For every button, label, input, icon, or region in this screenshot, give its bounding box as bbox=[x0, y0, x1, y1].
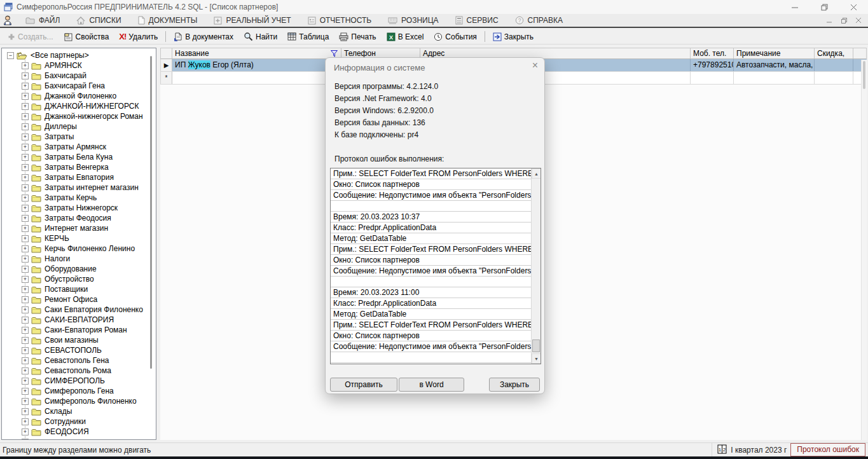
tree-expand-icon[interactable]: + bbox=[22, 286, 29, 293]
error-log-row[interactable]: Сообщение: Недопустимое имя объекта "Per… bbox=[331, 341, 532, 352]
tree-expand-icon[interactable]: + bbox=[22, 398, 29, 405]
tree-item[interactable]: +Керчь Филоненко Ленино bbox=[2, 243, 156, 254]
tree-item[interactable]: +Бахчисарай Гена bbox=[2, 81, 156, 91]
toolbar-button-в-документах[interactable]: В документах bbox=[169, 30, 238, 44]
tree-expand-icon[interactable]: + bbox=[22, 306, 29, 313]
error-protocol-button[interactable]: Протокол ошибок bbox=[790, 443, 865, 456]
tree-item[interactable]: +Затраты Нижнегорск bbox=[2, 203, 156, 213]
tree-item[interactable]: +Затраты Армянск bbox=[2, 142, 156, 152]
tree-item[interactable]: +Интернет магазин bbox=[2, 223, 156, 233]
toolbar-button-таблица[interactable]: Таблица bbox=[282, 30, 334, 44]
toolbar-button-удалить[interactable]: Х!Удалить bbox=[114, 30, 163, 44]
tree-item[interactable]: +Бахчисарай bbox=[2, 71, 156, 81]
tree-expand-icon[interactable]: + bbox=[22, 408, 29, 415]
error-log-row[interactable]: Время: 20.03.2023 11:00 bbox=[331, 287, 532, 298]
tree-expand-icon[interactable]: + bbox=[22, 195, 29, 202]
tree-expand-icon[interactable]: + bbox=[22, 113, 29, 120]
error-log-row[interactable]: Класс: Predpr.ApplicationData bbox=[331, 223, 532, 233]
error-log-row[interactable]: Прим.: SELECT FolderText FROM PersonFold… bbox=[331, 320, 532, 331]
tree-item[interactable]: +Джанкой-нижнегорск Роман bbox=[2, 111, 156, 121]
tree-expand-icon[interactable]: + bbox=[22, 134, 29, 140]
menu-item-файл[interactable]: ФАЙЛ bbox=[17, 14, 68, 27]
mdi-restore-button[interactable] bbox=[841, 18, 847, 24]
tree-expand-icon[interactable]: + bbox=[22, 439, 29, 441]
tree-item[interactable]: +КЕРЧЬ bbox=[2, 233, 156, 243]
tree-item[interactable]: +АРМЯНСК bbox=[2, 60, 156, 71]
tree-expand-icon[interactable]: + bbox=[22, 266, 29, 273]
scroll-down-icon[interactable]: ▼ bbox=[532, 353, 541, 364]
column-header-название[interactable]: Название bbox=[172, 48, 341, 58]
cell-моб-тел-[interactable]: +797892510 bbox=[691, 59, 734, 71]
grid-scrollbar[interactable] bbox=[861, 60, 867, 440]
tree-root-item[interactable]: −<Все партнеры> bbox=[2, 50, 156, 60]
tree-item[interactable]: +Сотрудники bbox=[2, 416, 156, 427]
toolbar-button-в-excel[interactable]: XВ Excel bbox=[382, 30, 429, 44]
error-log-row[interactable]: Сообщение: Недопустимое имя объекта "Per… bbox=[331, 190, 532, 201]
empty-cell[interactable] bbox=[172, 72, 341, 84]
tree-item[interactable]: +Налоги bbox=[2, 254, 156, 264]
error-log-row[interactable] bbox=[331, 352, 532, 363]
scroll-up-icon[interactable]: ▲ bbox=[532, 168, 541, 179]
tree-expand-icon[interactable]: + bbox=[22, 388, 29, 395]
tree-expand-icon[interactable]: + bbox=[22, 276, 29, 283]
tree-item[interactable]: +СЕВАСТОПОЛЬ bbox=[2, 345, 156, 355]
tree-item[interactable]: +ФЕОДОСИЯ bbox=[2, 427, 156, 437]
error-log-row[interactable] bbox=[331, 201, 532, 212]
tree-expand-icon[interactable]: + bbox=[22, 225, 29, 232]
tree-expand-icon[interactable]: + bbox=[22, 103, 29, 110]
close-button[interactable] bbox=[839, 0, 868, 14]
tree-item[interactable]: +Затраты Бела Куна bbox=[2, 152, 156, 162]
mdi-close-button[interactable] bbox=[856, 18, 862, 24]
menu-item-справка[interactable]: ?СПРАВКА bbox=[507, 14, 572, 27]
error-log-row[interactable]: Метод: GetDataTable bbox=[331, 309, 532, 320]
menu-item-документы[interactable]: ДОКУМЕНТЫ bbox=[130, 14, 206, 27]
tree-expand-icon[interactable]: + bbox=[22, 337, 29, 344]
tree-item[interactable]: +Обустройство bbox=[2, 274, 156, 284]
tree-item[interactable]: +СИМФЕРОПОЛЬ bbox=[2, 376, 156, 386]
menu-item-розница[interactable]: РОЗНИЦА bbox=[380, 14, 447, 27]
tree-item[interactable]: +САКИ-ЕВПАТОРИЯ bbox=[2, 315, 156, 325]
mdi-minimize-button[interactable] bbox=[827, 18, 832, 24]
empty-cell[interactable] bbox=[815, 72, 853, 84]
tree-expand-icon[interactable]: + bbox=[22, 215, 29, 222]
tree-expand-icon[interactable]: + bbox=[22, 62, 29, 69]
tree-expand-icon[interactable]: + bbox=[22, 327, 29, 334]
error-log-row[interactable]: Метод: GetDataTable bbox=[331, 233, 532, 244]
toolbar-button-печать[interactable]: Печать bbox=[334, 30, 381, 44]
send-button[interactable]: Отправить bbox=[330, 378, 397, 392]
tree-item[interactable]: +Ремонт Офиса bbox=[2, 294, 156, 305]
menu-item-сервис[interactable]: СЕРВИС bbox=[447, 14, 507, 27]
tree-expand-icon[interactable]: + bbox=[22, 123, 29, 130]
tree-item[interactable]: +Свои магазины bbox=[2, 335, 156, 345]
toolbar-button-создать-[interactable]: Создать... bbox=[3, 30, 59, 44]
tree-item[interactable]: +ДЖАНКОЙ-НИЖНЕГОРСК bbox=[2, 101, 156, 111]
error-log-row[interactable]: Время: 20.03.2023 10:37 bbox=[331, 212, 532, 223]
tree-item[interactable]: +Поставщики bbox=[2, 284, 156, 294]
tree-expand-icon[interactable]: + bbox=[22, 184, 29, 191]
column-header-скидка-[interactable]: Скидка, bbox=[815, 48, 853, 58]
tree-item[interactable]: +Затраты Керчь bbox=[2, 193, 156, 203]
tree-expand-icon[interactable]: + bbox=[22, 72, 29, 79]
toolbar-button-свойства[interactable]: Свойства bbox=[59, 30, 114, 44]
tree-expand-icon[interactable]: + bbox=[22, 347, 29, 354]
tree-expand-icon[interactable]: + bbox=[22, 378, 29, 385]
grid-scrollbar-thumb[interactable] bbox=[863, 61, 865, 89]
tree-collapse-icon[interactable]: − bbox=[7, 52, 14, 59]
menu-item-списки[interactable]: СПИСКИ bbox=[68, 14, 129, 27]
cell-примечание[interactable]: Автозапчасти, масла, х bbox=[734, 59, 815, 71]
tree-item[interactable]: +Симферополь Гена bbox=[2, 386, 156, 396]
tree-item[interactable]: + bbox=[2, 437, 156, 440]
tree-expand-icon[interactable]: + bbox=[22, 317, 29, 324]
tree-item[interactable]: +Симферополь Филоненко bbox=[2, 396, 156, 406]
error-log-row[interactable]: Сообщение: Недопустимое имя объекта "Per… bbox=[331, 266, 532, 277]
tree-item[interactable]: +Затраты Евпатория bbox=[2, 172, 156, 182]
empty-cell[interactable] bbox=[734, 72, 815, 84]
tree-item[interactable]: +Склады bbox=[2, 406, 156, 416]
empty-cell[interactable] bbox=[691, 72, 734, 84]
error-log-row[interactable] bbox=[331, 277, 532, 287]
error-log-row[interactable]: Окно: Список партнеров bbox=[331, 255, 532, 266]
menu-item-реальный-учет[interactable]: РЕАЛЬНЫЙ УЧЕТ bbox=[205, 14, 299, 27]
dialog-close-button[interactable]: × bbox=[532, 60, 538, 71]
tree-expand-icon[interactable]: + bbox=[22, 164, 29, 171]
toolbar-button-закрыть[interactable]: Закрыть bbox=[488, 30, 539, 44]
